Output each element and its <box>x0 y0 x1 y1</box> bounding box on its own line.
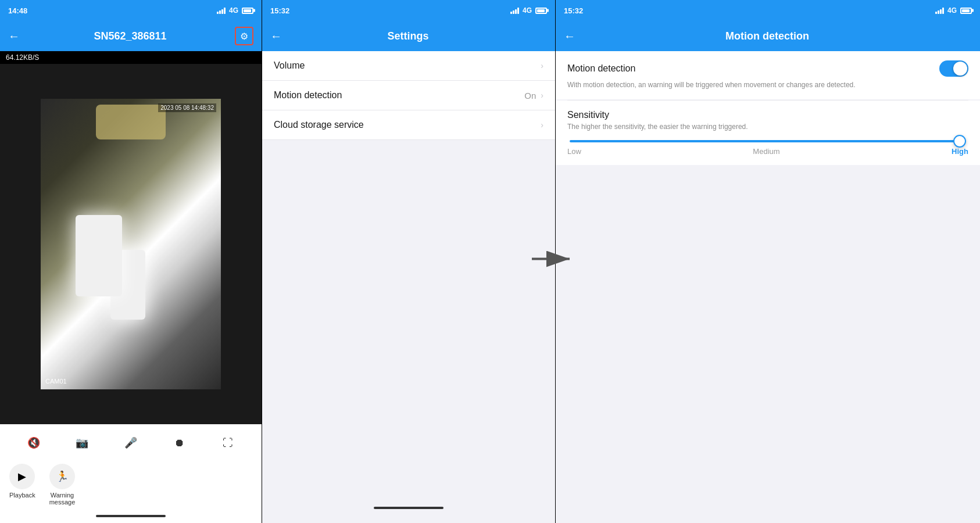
sensitivity-title: Sensitivity <box>567 110 968 120</box>
camera-feed: 2023 05 08 14:48:32 CAM01 <box>0 64 262 424</box>
motion-toggle-row: Motion detection <box>567 60 968 77</box>
app-header-3: ← Motion detection <box>556 21 980 51</box>
status-bar-3: 15:32 4G <box>556 0 980 21</box>
signal-icon-1 <box>217 7 226 14</box>
sensitivity-slider-track <box>570 140 966 142</box>
sensitivity-description: The higher the sensitivity, the easier t… <box>567 123 968 131</box>
header-title-1: SN562_386811 <box>26 30 235 42</box>
record-icon: ⏺ <box>174 437 185 449</box>
warning-icon: 🏃 <box>56 470 69 483</box>
slider-label-low: Low <box>567 147 581 156</box>
arrow-connector <box>532 248 578 276</box>
snapshot-button[interactable]: 📷 <box>70 431 94 454</box>
motion-detection-section: Motion detection With motion detection, … <box>556 51 980 99</box>
sensitivity-section: Sensitivity The higher the sensitivity, … <box>556 101 980 165</box>
controls-row: 🔇 📷 🎤 ⏺ ⛶ <box>9 431 252 454</box>
settings-item-volume[interactable]: Volume › <box>262 51 555 81</box>
fullscreen-button[interactable]: ⛶ <box>216 431 239 454</box>
warning-label: Warningmessage <box>49 492 76 506</box>
status-right-2: 4G <box>510 6 547 15</box>
light-bar <box>110 250 145 320</box>
cam-label: CAM01 <box>45 378 67 385</box>
sensitivity-slider-thumb[interactable] <box>953 135 966 148</box>
mic-button[interactable]: 🎤 <box>119 431 142 454</box>
camera-timestamp: 2023 05 08 14:48:32 <box>158 103 216 112</box>
chevron-icon-volume: › <box>541 61 543 70</box>
toggle-knob <box>953 62 967 76</box>
settings-button-1[interactable]: ⚙ <box>235 27 253 45</box>
chevron-icon-motion: › <box>541 91 543 100</box>
status-bar-2: 15:32 4G <box>262 0 555 21</box>
play-icon: ▶ <box>18 470 26 483</box>
sensitivity-slider-container <box>567 140 968 142</box>
battery-icon-3 <box>960 8 972 14</box>
status-right-3: 4G <box>935 6 972 15</box>
mute-icon: 🔇 <box>27 436 40 449</box>
bandwidth-label: 64.12KB/S <box>0 51 262 64</box>
fullscreen-icon: ⛶ <box>223 437 233 449</box>
motion-value: On <box>524 91 536 101</box>
slider-labels: Low Medium High <box>567 147 968 156</box>
status-right-1: 4G <box>217 6 253 15</box>
volume-right: › <box>541 61 543 70</box>
slider-label-medium: Medium <box>753 147 779 156</box>
bottom-actions: ▶ Playback 🏃 Warningmessage <box>9 461 252 511</box>
settings-item-motion[interactable]: Motion detection On › <box>262 81 555 110</box>
playback-label: Playback <box>9 492 35 499</box>
camera-panel: 14:48 4G ← SN562_386811 ⚙ 64.12KB/S 2023… <box>0 0 262 523</box>
controls-bar: 🔇 📷 🎤 ⏺ ⛶ ▶ Playback <box>0 424 262 523</box>
status-time-2: 15:32 <box>270 6 289 15</box>
app-header-2: ← Settings <box>262 21 555 51</box>
network-type-3: 4G <box>947 6 957 15</box>
battery-icon-1 <box>242 8 253 14</box>
motion-label: Motion detection <box>274 90 342 101</box>
settings-panel: 15:32 4G ← Settings Volume › <box>262 0 556 523</box>
settings-list: Volume › Motion detection On › Cloud sto… <box>262 51 555 140</box>
mute-button[interactable]: 🔇 <box>22 431 45 454</box>
status-time-1: 14:48 <box>8 6 27 15</box>
battery-icon-2 <box>535 8 547 14</box>
app-header-1: ← SN562_386811 ⚙ <box>0 21 262 51</box>
home-indicator-2 <box>374 507 443 509</box>
motion-section-title: Motion detection <box>567 63 635 74</box>
cloud-right: › <box>541 120 543 130</box>
header-title-3: Motion detection <box>581 30 953 42</box>
status-time-3: 15:32 <box>564 6 583 15</box>
signal-icon-3 <box>935 7 944 14</box>
motion-toggle[interactable] <box>939 60 968 77</box>
network-type-2: 4G <box>523 6 532 15</box>
back-button-3[interactable]: ← <box>564 30 575 43</box>
mic-icon: 🎤 <box>124 436 137 449</box>
motion-detection-panel: 15:32 4G ← Motion detection Motion detec… <box>556 0 980 523</box>
playback-icon-circle: ▶ <box>9 464 35 489</box>
network-type-1: 4G <box>229 6 238 15</box>
header-title-2: Settings <box>288 30 528 42</box>
signal-icon-2 <box>510 7 519 14</box>
playback-button[interactable]: ▶ Playback <box>9 464 35 506</box>
motion-right: On › <box>524 91 543 101</box>
volume-label: Volume <box>274 60 305 71</box>
back-button-1[interactable]: ← <box>8 30 20 43</box>
warning-button[interactable]: 🏃 Warningmessage <box>49 464 76 506</box>
snapshot-icon: 📷 <box>76 436 88 449</box>
back-button-2[interactable]: ← <box>270 30 282 43</box>
status-bar-1: 14:48 4G <box>0 0 262 21</box>
slider-label-high: High <box>952 147 968 156</box>
cloud-label: Cloud storage service <box>274 120 364 130</box>
camera-image: 2023 05 08 14:48:32 CAM01 <box>41 99 221 389</box>
gear-icon-1: ⚙ <box>240 31 248 42</box>
chevron-icon-cloud: › <box>541 120 543 130</box>
motion-description: With motion detection, an warning will b… <box>567 80 968 90</box>
home-indicator-1 <box>96 515 166 517</box>
record-button[interactable]: ⏺ <box>168 431 191 454</box>
settings-item-cloud[interactable]: Cloud storage service › <box>262 110 555 140</box>
warning-icon-circle: 🏃 <box>49 464 75 489</box>
